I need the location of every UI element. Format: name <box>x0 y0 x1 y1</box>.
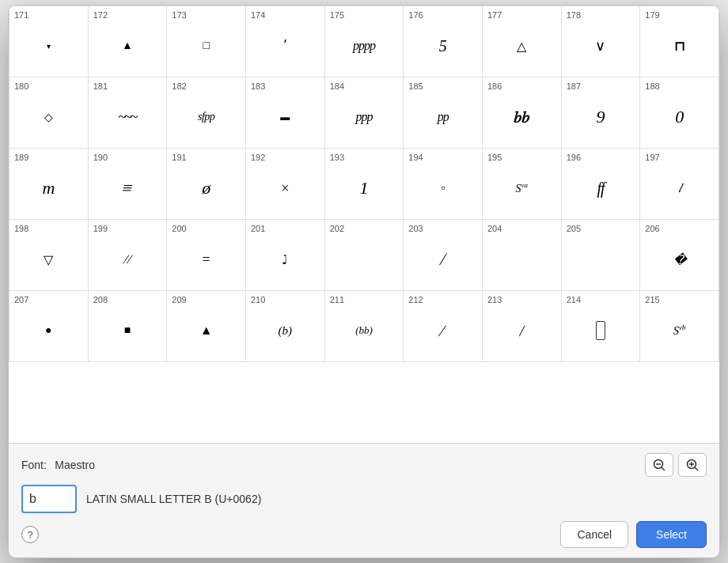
char-symbol <box>567 308 635 353</box>
help-button[interactable]: ? <box>21 526 39 543</box>
table-row[interactable]: 208■ <box>89 291 168 362</box>
char-symbol: ppp <box>330 94 399 140</box>
char-symbol: / <box>408 236 477 282</box>
table-row[interactable]: 194▫ <box>404 149 483 220</box>
char-number: 186 <box>487 82 556 91</box>
table-row[interactable]: 1931 <box>325 149 404 220</box>
char-symbol <box>567 236 635 282</box>
table-row[interactable]: 210(b) <box>246 291 325 362</box>
char-number: 183 <box>251 82 320 91</box>
table-row[interactable]: 207● <box>9 291 89 362</box>
table-row[interactable]: 190≡ <box>89 149 168 220</box>
char-symbol: / <box>408 308 477 353</box>
char-number: 195 <box>487 153 556 162</box>
table-row[interactable]: 183▬ <box>246 77 325 149</box>
table-row[interactable]: 192× <box>246 149 325 220</box>
table-row[interactable]: 204 <box>483 220 562 291</box>
character-grid-area[interactable]: 171▾172▲173□174ʹ175pppp1765177△178∨179⊓1… <box>9 6 719 444</box>
zoom-in-icon <box>685 458 700 472</box>
table-row[interactable]: 1765 <box>404 6 483 77</box>
table-row[interactable]: 202 <box>325 220 404 291</box>
char-symbol: 5 <box>408 23 477 69</box>
table-row[interactable]: 191ø <box>167 149 246 220</box>
select-button[interactable]: Select <box>636 521 707 548</box>
char-number: 201 <box>251 225 320 233</box>
char-number: 190 <box>93 153 162 162</box>
char-number: 191 <box>172 153 241 162</box>
table-row[interactable]: 205 <box>562 220 641 291</box>
table-row[interactable]: 1879 <box>562 77 641 149</box>
char-number: 198 <box>14 225 83 233</box>
table-row[interactable]: 209▲ <box>167 291 246 362</box>
char-number: 179 <box>645 11 714 20</box>
table-row[interactable]: 186𝑏𝑏 <box>483 77 562 149</box>
zoom-in-button[interactable] <box>678 453 707 477</box>
char-symbol: × <box>251 165 320 211</box>
table-row[interactable]: 174ʹ <box>246 6 325 77</box>
table-row[interactable]: 171▾ <box>9 6 89 77</box>
table-row[interactable]: 184ppp <box>325 77 404 149</box>
zoom-out-button[interactable] <box>645 453 673 477</box>
table-row[interactable]: 215Svb <box>640 291 719 362</box>
char-number: 210 <box>251 296 320 304</box>
table-row[interactable]: 178∨ <box>562 6 641 77</box>
char-symbol <box>487 236 556 282</box>
table-row[interactable]: 198▽ <box>9 220 89 291</box>
char-number: 188 <box>645 82 714 91</box>
table-row[interactable]: 199// <box>89 220 168 291</box>
zoom-out-icon <box>652 458 666 472</box>
char-number: 173 <box>172 11 241 20</box>
table-row[interactable]: 211(bb) <box>325 291 404 362</box>
char-symbol: ∨ <box>567 23 635 69</box>
table-row[interactable]: 214 <box>562 291 641 362</box>
table-row[interactable]: 172▲ <box>89 6 168 77</box>
char-number: 181 <box>93 82 162 91</box>
char-symbol: ▲ <box>172 308 241 353</box>
char-number: 211 <box>330 296 399 304</box>
table-row[interactable]: 181~~~ <box>89 77 168 149</box>
char-symbol: pp <box>408 94 477 140</box>
table-row[interactable]: 200= <box>167 220 246 291</box>
char-number: 185 <box>408 82 477 91</box>
char-number: 187 <box>567 82 635 91</box>
char-input[interactable] <box>21 485 77 513</box>
table-row[interactable]: 189m <box>9 149 89 220</box>
char-symbol: (b) <box>251 308 320 353</box>
char-symbol <box>330 236 399 282</box>
char-symbol: Sva <box>487 165 556 211</box>
table-row[interactable]: 213/ <box>483 291 562 362</box>
table-row[interactable]: 201♩̇ <box>246 220 325 291</box>
cancel-button[interactable]: Cancel <box>560 521 628 548</box>
char-description: LATIN SMALL LETTER B (U+0062) <box>86 493 261 505</box>
table-row[interactable]: 180◇ <box>9 77 89 149</box>
svg-line-2 <box>662 467 665 470</box>
table-row[interactable]: 185pp <box>404 77 483 149</box>
char-symbol: 𝑙 <box>645 165 714 211</box>
char-symbol: 9 <box>567 94 635 140</box>
table-row[interactable]: 173□ <box>167 6 246 77</box>
char-number: 209 <box>172 296 241 304</box>
char-number: 214 <box>567 296 635 304</box>
table-row[interactable]: 195Sva <box>483 149 562 220</box>
table-row[interactable]: 1880 <box>640 77 719 149</box>
char-symbol: △ <box>487 23 556 69</box>
table-row[interactable]: 203/ <box>404 220 483 291</box>
table-row[interactable]: 177△ <box>483 6 562 77</box>
table-row[interactable]: 212/ <box>404 291 483 362</box>
char-symbol: 0 <box>645 94 714 140</box>
char-symbol: = <box>172 236 241 282</box>
char-number: 206 <box>645 225 714 233</box>
char-number: 208 <box>93 296 162 304</box>
table-row[interactable]: 196ff <box>562 149 641 220</box>
char-number: 205 <box>567 225 635 233</box>
char-symbol: ▽ <box>14 236 83 282</box>
table-row[interactable]: 179⊓ <box>640 6 719 77</box>
table-row[interactable]: 175pppp <box>325 6 404 77</box>
table-row[interactable]: 206� <box>640 220 719 291</box>
table-row[interactable]: 197𝑙 <box>640 149 719 220</box>
font-row: Font: Maestro <box>21 453 707 477</box>
table-row[interactable]: 182sfpp <box>167 77 246 149</box>
char-symbol: ● <box>14 308 83 353</box>
font-label: Font: <box>21 459 47 471</box>
char-number: 171 <box>14 11 83 20</box>
